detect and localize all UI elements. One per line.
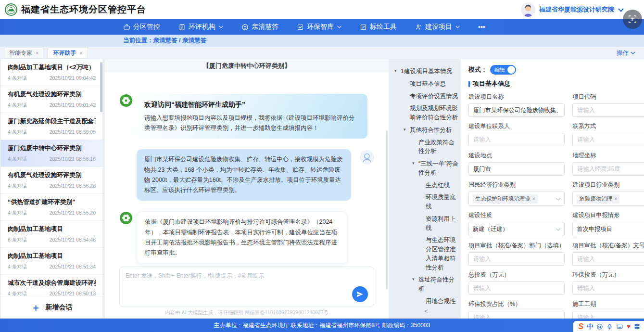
outline-node[interactable]: ▾1建设项目基本情况: [392, 67, 460, 76]
caret-down-icon[interactable]: ▾: [404, 126, 410, 133]
qa-icon: [241, 24, 249, 31]
field-select[interactable]: 首次申报项目: [572, 222, 644, 236]
actions-dropdown[interactable]: 操作: [617, 49, 635, 57]
outline-node[interactable]: 产业政策符合性分析: [392, 138, 460, 156]
outline-node-label: 项目基本信息: [410, 79, 460, 89]
send-button[interactable]: [352, 286, 368, 302]
field-input[interactable]: [468, 281, 565, 295]
field-input[interactable]: [468, 311, 565, 319]
nav-item-5[interactable]: 标绘工具: [360, 23, 397, 31]
sogou-s-icon[interactable]: S: [578, 322, 583, 332]
outline-node[interactable]: ▾选址符合性分析: [392, 275, 460, 294]
conversation-item[interactable]: 厦门危废中转中心环评类别4 条对话2025/10/21 08:58:16: [1, 140, 102, 167]
field-label: 国民经济行业类别: [468, 181, 565, 189]
message-title: 欢迎访问“福建智能环评生成助手”: [144, 99, 360, 111]
conversation-item[interactable]: 肉制品加工基地项目4 条对话2025/10/21 08:51:34: [1, 248, 102, 275]
field-input[interactable]: [468, 103, 565, 117]
outline-node[interactable]: 环境质量底线: [392, 193, 460, 211]
outline-node[interactable]: 用地合规性分析: [392, 297, 460, 306]
outline-node[interactable]: ▾“三线一单”符合性分析: [392, 159, 460, 178]
field-select[interactable]: 新建（迁建）: [468, 222, 565, 236]
field-input[interactable]: [572, 252, 644, 266]
chinese-mode-icon[interactable]: 中: [587, 322, 593, 331]
outline-node[interactable]: 规划及规划环境影响评价符合性分析: [392, 104, 460, 122]
field-control: [468, 311, 565, 319]
nav-item-6[interactable]: 建设项目: [415, 23, 460, 31]
tab-bar: 智能专家×环评助手× 操作: [0, 47, 644, 59]
conversation-item[interactable]: 肉制品加工基地项目（<2万吨）4 条对话2025/10/21 09:04:42: [1, 59, 102, 86]
conversation-item[interactable]: 厦门新兜路延伸段主干道及配套工程4 条对话2025/10/21 08:59:05: [1, 113, 102, 140]
tag-remove-icon[interactable]: ×: [532, 196, 535, 202]
form-field: 建设单位联系人: [468, 122, 565, 146]
outline-node-label: 与生态环境分区管控准入清单相符性分析: [426, 236, 460, 272]
nav-item-7[interactable]: •••: [478, 23, 485, 31]
outline-node[interactable]: 生态红线: [392, 181, 460, 190]
conversation-item[interactable]: “供热管道扩建环评类别”4 条对话2025/10/21 08:55:20: [1, 194, 102, 221]
user-avatar[interactable]: [521, 2, 535, 17]
caret-down-icon[interactable]: ▾: [412, 159, 418, 167]
field-input[interactable]: [468, 133, 565, 146]
sidebar-scrollbar[interactable]: [100, 62, 102, 112]
field-control: [572, 162, 644, 176]
field-input[interactable]: [468, 162, 565, 176]
keyboard-icon[interactable]: [616, 323, 623, 330]
chat-scrollbar[interactable]: [386, 130, 388, 289]
form-field: 建设性质新建（迁建）: [468, 211, 565, 236]
field-label: 环保投资占比（%）: [468, 300, 565, 308]
outline-node[interactable]: 项目基本信息: [392, 79, 460, 89]
breadcrumb: 当前位置：亲清慧答 / 亲清慧答: [0, 35, 644, 47]
new-conversation-label: 新增会话: [46, 303, 73, 312]
field-input[interactable]: [572, 281, 644, 295]
chat-panel: 【厦门危废中转中心环评类别】 欢迎访问“福建智能环评生成助手”请输入想要填报的项…: [105, 59, 389, 319]
field-control: [468, 281, 565, 295]
tab-2[interactable]: 环评助手×: [48, 47, 88, 59]
nav-item-4[interactable]: 环保智库: [297, 23, 341, 31]
nav-item-1[interactable]: 分区管控: [123, 23, 160, 31]
grid-icon[interactable]: [634, 323, 640, 330]
tag-remove-icon[interactable]: ×: [614, 196, 617, 202]
chevron-down-icon[interactable]: [618, 6, 624, 13]
close-icon[interactable]: ×: [36, 50, 38, 56]
field-input[interactable]: [572, 133, 644, 146]
caret-down-icon[interactable]: ▾: [412, 275, 418, 283]
chevron-down-icon: [219, 25, 223, 29]
field-input[interactable]: [572, 311, 644, 319]
field-label: 建设项目名称: [468, 93, 565, 101]
nav-item-2[interactable]: 环评机构: [178, 23, 223, 31]
field-input[interactable]: [572, 162, 644, 176]
outline-node[interactable]: 资源利用上线: [392, 215, 460, 233]
field-input[interactable]: [468, 252, 565, 266]
edit-mode-toggle[interactable]: 编辑: [490, 65, 516, 75]
nav-item-3[interactable]: 亲清慧答: [241, 23, 278, 31]
screen-translate-icon[interactable]: 文: [623, 10, 642, 29]
field-input[interactable]: [572, 103, 644, 117]
voice-read-icon[interactable]: [360, 150, 374, 166]
conversation-title: 肉制品加工基地项目: [8, 225, 96, 233]
field-multiselect[interactable]: 危险废物治理×: [572, 192, 644, 206]
tab-1[interactable]: 智能专家×: [4, 47, 44, 59]
form-field: 项目代码: [572, 93, 644, 117]
conversation-item[interactable]: 肉制品加工基地项目6 条对话2025/10/21 08:54:48: [1, 221, 102, 248]
smiley-icon[interactable]: [596, 323, 603, 330]
heart-icon[interactable]: ♥: [627, 323, 631, 330]
caret-down-icon[interactable]: ▾: [394, 67, 401, 75]
mic-icon[interactable]: [606, 323, 613, 330]
conversation-time: 2025/10/21 09:01:42: [50, 102, 96, 109]
conversation-time: 2025/10/21 08:54:48: [50, 237, 96, 243]
field-multiselect[interactable]: 生态保护和环境治理业×: [468, 192, 565, 206]
close-icon[interactable]: ×: [79, 50, 82, 56]
outline-node[interactable]: 专项评价设置情况: [392, 92, 460, 101]
conversation-time: 2025/10/21 08:51:34: [50, 264, 96, 270]
ime-toolbar[interactable]: S中♥: [573, 321, 644, 332]
tag-label: 危险废物治理: [579, 195, 612, 203]
svg-text:文: 文: [631, 17, 634, 22]
outline-node[interactable]: 与生态环境分区管控准入清单相符性分析: [392, 236, 460, 272]
new-conversation-button[interactable]: ＋ 新增会话: [1, 296, 102, 319]
conversation-item[interactable]: 有机废气处理设施环评类别4 条对话2025/10/21 08:56:28: [1, 167, 102, 194]
conversation-item[interactable]: 有机废气处理设施环评类别4 条对话2025/10/21 09:01:42: [1, 86, 102, 113]
collapse-outline-button[interactable]: <: [392, 306, 460, 319]
chat-input[interactable]: [120, 267, 374, 306]
outline-node[interactable]: ▾其他符合性分析: [392, 126, 460, 135]
conversation-item[interactable]: 城市次干道及综合管廊建设环评类别4 条对话2025/10/21 08:50:13: [1, 275, 102, 296]
user-name[interactable]: 福建省华厦能源设计研究院: [539, 5, 614, 14]
